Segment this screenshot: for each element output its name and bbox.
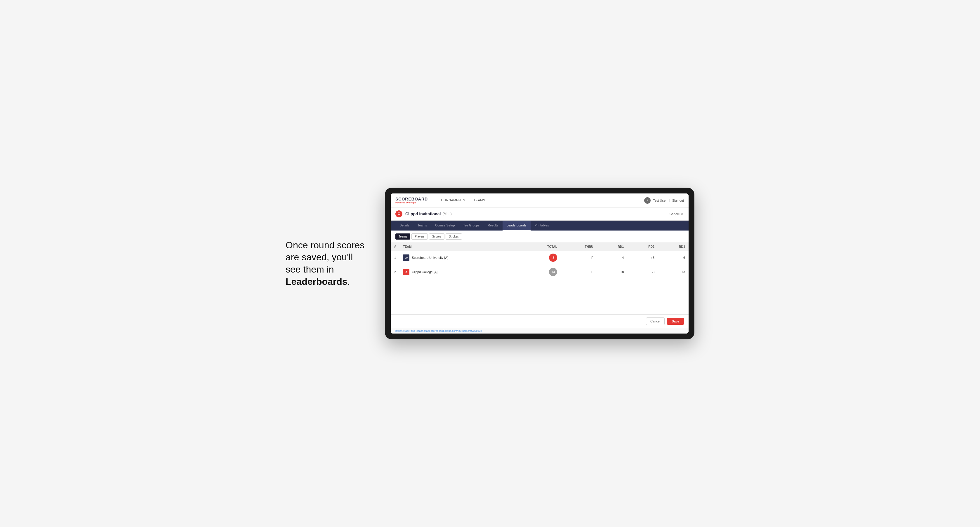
nav-right: S Test User | Sign out [644,197,684,204]
sidebar-line2: . [347,276,350,287]
row1-logo: SU [403,254,409,261]
col-rd2: RD2 [627,243,658,251]
row1-team: SU Scoreboard University [A] [399,251,521,265]
row2-rd2: -8 [627,265,658,279]
footer-bar: Cancel Save [391,314,689,328]
filter-players[interactable]: Players [412,233,428,240]
row2-rd3: +3 [658,265,689,279]
col-total: TOTAL [521,243,561,251]
nav-links: TOURNAMENTS TEAMS [435,194,489,207]
clippd-brand: clippd [409,202,416,204]
footer-save-button[interactable]: Save [667,318,684,325]
logo-powered: Powered by clippd [395,202,428,204]
sidebar-bold: Leaderboards [286,276,347,287]
row1-total: -5 [521,251,561,265]
filter-bar: Teams Players Scores Strokes [391,230,689,243]
nav-tournaments[interactable]: TOURNAMENTS [435,194,469,207]
tablet-device: SCOREBOARD Powered by clippd TOURNAMENTS… [385,187,694,340]
tournament-icon: C [395,210,402,217]
tournament-subtitle: (Men) [442,212,452,216]
nav-teams[interactable]: TEAMS [469,194,489,207]
col-rank: # [391,243,399,251]
nav-bar: SCOREBOARD Powered by clippd TOURNAMENTS… [391,194,689,208]
tournament-header: C Clippd Invitational (Men) Cancel ✕ [391,208,689,221]
tablet-screen: SCOREBOARD Powered by clippd TOURNAMENTS… [391,194,689,333]
pipe-divider: | [669,199,670,202]
tab-details[interactable]: Details [395,221,414,230]
row2-rank: 2 [391,265,399,279]
tournament-cancel-button[interactable]: Cancel ✕ [670,212,684,216]
tab-results[interactable]: Results [484,221,503,230]
col-thru: THRU [561,243,597,251]
row1-team-name: Scoreboard University [A] [412,256,448,259]
row2-team-name: Clippd College [A] [412,270,438,274]
table-row: 1 SU Scoreboard University [A] [391,251,689,265]
tab-course-setup[interactable]: Course Setup [431,221,459,230]
table-row: 2 C Clippd College [A] +3 [391,265,689,279]
row1-rd3: -6 [658,251,689,265]
col-rd3: RD3 [658,243,689,251]
table-header: # TEAM TOTAL THRU RD1 RD2 RD3 [391,243,689,251]
sidebar-text: Once round scores are saved, you'll see … [286,239,368,288]
row2-team: C Clippd College [A] [399,265,521,279]
row2-score-badge: +3 [549,268,557,276]
sign-out-link[interactable]: Sign out [672,199,684,202]
col-rd1: RD1 [597,243,628,251]
row2-thru: F [561,265,597,279]
col-team: TEAM [399,243,521,251]
sidebar-line1: Once round scores are saved, you'll see … [286,240,364,275]
logo-area: SCOREBOARD Powered by clippd [395,197,428,204]
filter-teams[interactable]: Teams [395,233,410,240]
tabs-bar: Details Teams Course Setup Tee Groups Re… [391,221,689,230]
tab-tee-groups[interactable]: Tee Groups [459,221,484,230]
url-bar: https://stage-blue-coach.stagescoreboard… [391,328,689,333]
table-body: 1 SU Scoreboard University [A] [391,251,689,279]
page-wrapper: Once round scores are saved, you'll see … [286,187,694,340]
row1-rd1: -4 [597,251,628,265]
tab-teams[interactable]: Teams [414,221,431,230]
row1-rd2: +5 [627,251,658,265]
leaderboard-table-container: # TEAM TOTAL THRU RD1 RD2 RD3 1 [391,243,689,279]
cancel-x-icon: ✕ [681,212,684,216]
row2-total: +3 [521,265,561,279]
table-spacer [391,279,689,314]
row2-logo: C [403,269,409,275]
footer-cancel-button[interactable]: Cancel [646,317,665,325]
user-avatar: S [644,197,651,204]
leaderboard-table: # TEAM TOTAL THRU RD1 RD2 RD3 1 [391,243,689,279]
row1-score-badge: -5 [549,254,557,262]
filter-strokes[interactable]: Strokes [445,233,462,240]
user-name: Test User [653,199,667,202]
row1-rank: 1 [391,251,399,265]
logo-scoreboard: SCOREBOARD [395,197,428,202]
tab-printables[interactable]: Printables [531,221,553,230]
tournament-title: Clippd Invitational [405,211,441,216]
tab-leaderboards[interactable]: Leaderboards [503,221,531,230]
row2-rd1: +8 [597,265,628,279]
filter-scores[interactable]: Scores [429,233,444,240]
row1-thru: F [561,251,597,265]
